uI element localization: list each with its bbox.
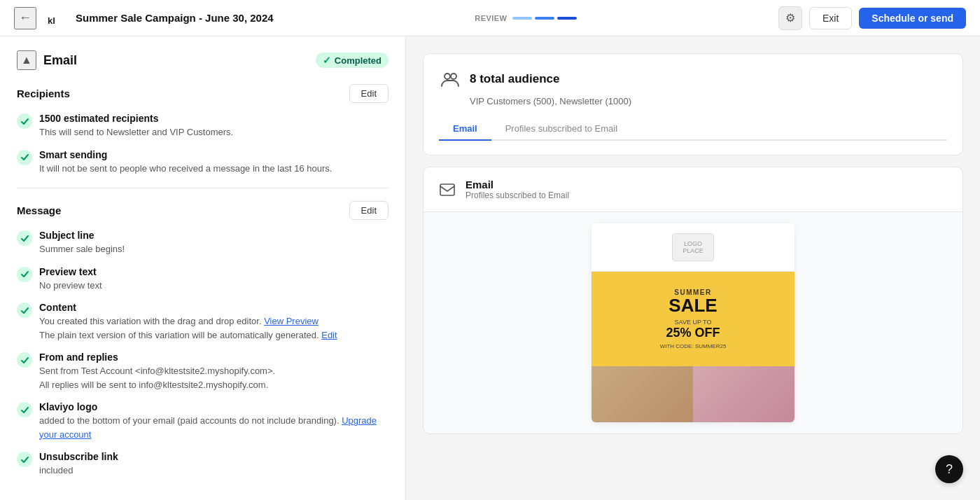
unsubscribe-link-desc: included bbox=[39, 464, 118, 478]
email-photos bbox=[592, 366, 794, 422]
preview-text-title: Preview text bbox=[39, 266, 102, 277]
check-circle-icon bbox=[17, 150, 32, 165]
audience-card: 8 total audience VIP Customers (500), Ne… bbox=[423, 53, 963, 155]
edit-content-link[interactable]: Edit bbox=[321, 330, 337, 340]
progress-segment-2 bbox=[535, 17, 554, 20]
logo-placeholder: LOGOPLACE bbox=[672, 233, 714, 261]
email-preview-card: Email Profiles subscribed to Email LOGOP… bbox=[423, 167, 963, 434]
email-hero-sub: SAVE UP TO bbox=[603, 319, 783, 326]
settings-button[interactable]: ⚙ bbox=[778, 6, 802, 30]
exit-button[interactable]: Exit bbox=[809, 7, 852, 29]
view-preview-link[interactable]: View Preview bbox=[264, 316, 318, 326]
main-layout: ▲ Email ✓ Completed Recipients Edit 1500… bbox=[0, 36, 980, 500]
klaviyo-logo-desc: added to the bottom of your email (paid … bbox=[39, 414, 388, 441]
left-panel: ▲ Email ✓ Completed Recipients Edit 1500… bbox=[0, 36, 406, 500]
email-hero-code: WITH CODE: SUMMER25 bbox=[603, 343, 783, 349]
tab-email[interactable]: Email bbox=[439, 118, 491, 141]
svg-text:kl: kl bbox=[48, 15, 55, 26]
completed-badge: ✓ Completed bbox=[316, 53, 388, 68]
check-circle-icon bbox=[17, 402, 32, 417]
check-icon: ✓ bbox=[323, 55, 331, 66]
list-item: Smart sending It will not be sent to peo… bbox=[17, 149, 388, 176]
recipients-section-header: Recipients Edit bbox=[17, 84, 388, 103]
list-item: Klaviyo logo added to the bottom of your… bbox=[17, 401, 388, 441]
progress-segment-1 bbox=[512, 17, 532, 20]
email-mockup-logo: LOGOPLACE bbox=[592, 223, 794, 272]
audience-subtitle: VIP Customers (500), Newsletter (1000) bbox=[470, 96, 947, 106]
check-circle-icon bbox=[17, 113, 32, 129]
svg-point-3 bbox=[451, 74, 456, 79]
email-visual: LOGOPLACE SUMMER SALE SAVE UP TO 25% OFF… bbox=[424, 212, 962, 433]
message-section-header: Message Edit bbox=[17, 201, 388, 220]
review-label: Review bbox=[475, 14, 507, 22]
right-panel: 8 total audience VIP Customers (500), Ne… bbox=[406, 36, 980, 500]
svg-rect-4 bbox=[440, 184, 454, 195]
smart-sending-desc: It will not be sent to people who receiv… bbox=[39, 162, 332, 176]
message-title: Message bbox=[17, 204, 61, 216]
email-card-subtitle: Profiles subscribed to Email bbox=[465, 190, 569, 200]
email-photo-1 bbox=[592, 366, 693, 422]
list-item: Subject line Summer sale begins! bbox=[17, 230, 388, 256]
top-nav: ← kl Summer Sale Campaign - June 30, 202… bbox=[0, 0, 980, 36]
audience-header: 8 total audience bbox=[439, 68, 947, 90]
recipients-title: Recipients bbox=[17, 88, 70, 99]
subject-line-desc: Summer sale begins! bbox=[39, 242, 125, 256]
email-hero-title: SALE bbox=[603, 296, 783, 314]
edit-message-button[interactable]: Edit bbox=[349, 201, 388, 220]
check-circle-icon bbox=[17, 230, 32, 246]
email-toggle: ▲ Email bbox=[17, 50, 77, 70]
help-button[interactable]: ? bbox=[935, 455, 963, 483]
estimated-recipients-title: 1500 estimated recipients bbox=[39, 113, 233, 124]
schedule-send-button[interactable]: Schedule or send bbox=[859, 8, 966, 29]
collapse-button[interactable]: ▲ bbox=[17, 50, 36, 70]
email-section-label: Email bbox=[43, 53, 77, 68]
check-circle-icon bbox=[17, 267, 32, 282]
completed-label: Completed bbox=[335, 55, 382, 66]
logo-area: kl Summer Sale Campaign - June 30, 2024 bbox=[45, 6, 274, 31]
check-circle-icon bbox=[17, 303, 32, 318]
list-item: 1500 estimated recipients This will send… bbox=[17, 113, 388, 139]
campaign-title: Summer Sale Campaign - June 30, 2024 bbox=[76, 12, 274, 24]
check-circle-icon bbox=[17, 352, 32, 368]
list-item: Preview text No preview text bbox=[17, 266, 388, 293]
edit-recipients-button[interactable]: Edit bbox=[349, 84, 388, 103]
klaviyo-logo-title: Klaviyo logo bbox=[39, 401, 388, 412]
divider bbox=[17, 188, 388, 188]
preview-text-desc: No preview text bbox=[39, 279, 102, 293]
content-desc: You created this variation with the drag… bbox=[39, 314, 337, 342]
estimated-recipients-desc: This will send to Newsletter and VIP Cus… bbox=[39, 125, 233, 139]
back-button[interactable]: ← bbox=[14, 7, 36, 29]
content-title: Content bbox=[39, 302, 337, 313]
nav-left: ← kl Summer Sale Campaign - June 30, 202… bbox=[14, 6, 274, 31]
from-replies-title: From and replies bbox=[39, 352, 275, 363]
list-item: From and replies Sent from Test Account … bbox=[17, 352, 388, 391]
email-hero: SUMMER SALE SAVE UP TO 25% OFF WITH CODE… bbox=[592, 272, 794, 366]
email-mockup: LOGOPLACE SUMMER SALE SAVE UP TO 25% OFF… bbox=[592, 223, 794, 422]
nav-right: ⚙ Exit Schedule or send bbox=[778, 6, 966, 30]
smart-sending-title: Smart sending bbox=[39, 149, 332, 160]
audience-icon bbox=[439, 68, 461, 90]
email-envelope-icon bbox=[438, 180, 457, 200]
svg-point-2 bbox=[444, 74, 450, 79]
list-item: Content You created this variation with … bbox=[17, 302, 388, 342]
channel-tabs: Email Profiles subscribed to Email bbox=[439, 118, 947, 141]
progress-bar: Review bbox=[475, 14, 577, 22]
check-circle-icon bbox=[17, 452, 32, 467]
audience-title: 8 total audience bbox=[470, 72, 559, 86]
email-card-header: Email Profiles subscribed to Email bbox=[424, 167, 962, 212]
list-item: Unsubscribe link included bbox=[17, 451, 388, 478]
unsubscribe-link-title: Unsubscribe link bbox=[39, 451, 118, 462]
email-card-title: Email bbox=[465, 179, 569, 190]
email-photo-2 bbox=[693, 366, 794, 422]
from-replies-desc: Sent from Test Account <info@kltestsite2… bbox=[39, 364, 275, 391]
klaviyo-logo-icon: kl bbox=[45, 6, 70, 31]
tab-profiles-subscribed[interactable]: Profiles subscribed to Email bbox=[491, 118, 631, 141]
email-hero-discount: 25% OFF bbox=[603, 326, 783, 340]
upgrade-account-link[interactable]: Upgrade your account bbox=[39, 415, 377, 440]
email-section-header: ▲ Email ✓ Completed bbox=[17, 50, 388, 70]
subject-line-title: Subject line bbox=[39, 230, 125, 241]
progress-segment-3 bbox=[557, 17, 577, 20]
